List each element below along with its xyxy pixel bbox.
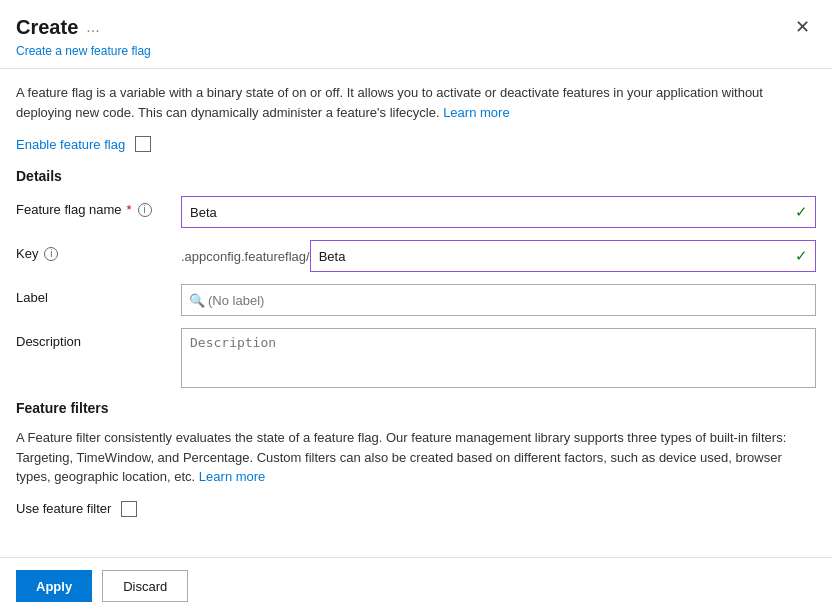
- key-label: Key i: [16, 240, 181, 261]
- key-field-wrap: ✓: [310, 240, 816, 272]
- label-input[interactable]: [181, 284, 816, 316]
- intro-text: A feature flag is a variable with a bina…: [16, 83, 816, 122]
- description-input-wrap: [181, 328, 816, 388]
- use-filter-label: Use feature filter: [16, 501, 111, 516]
- flag-name-label: Feature flag name * i: [16, 196, 181, 217]
- enable-flag-checkbox[interactable]: [135, 136, 151, 152]
- key-input-wrap: .appconfig.featureflag/ ✓: [181, 240, 816, 272]
- label-label: Label: [16, 284, 181, 305]
- close-button[interactable]: ✕: [789, 14, 816, 40]
- key-info-icon[interactable]: i: [44, 247, 58, 261]
- key-row: Key i .appconfig.featureflag/ ✓: [16, 240, 816, 272]
- learn-more-link-filters[interactable]: Learn more: [199, 469, 265, 484]
- use-filter-checkbox[interactable]: [121, 501, 137, 517]
- dialog-header: Create ... ✕: [0, 0, 832, 44]
- enable-flag-row: Enable feature flag: [16, 136, 816, 152]
- dialog-body: A feature flag is a variable with a bina…: [0, 69, 832, 557]
- required-indicator: *: [127, 202, 132, 217]
- dialog-footer: Apply Discard: [0, 557, 832, 614]
- details-section-title: Details: [16, 168, 816, 184]
- create-feature-flag-dialog: Create ... ✕ Create a new feature flag A…: [0, 0, 832, 614]
- learn-more-link-intro[interactable]: Learn more: [443, 105, 509, 120]
- dialog-subtitle[interactable]: Create a new feature flag: [0, 44, 832, 68]
- feature-filters-title: Feature filters: [16, 400, 816, 416]
- dialog-ellipsis[interactable]: ...: [86, 18, 99, 36]
- flag-name-input[interactable]: [181, 196, 816, 228]
- dialog-title: Create: [16, 16, 78, 39]
- close-icon: ✕: [795, 16, 810, 38]
- filter-info-text: A Feature filter consistently evaluates …: [16, 428, 816, 487]
- label-input-wrap: 🔍: [181, 284, 816, 316]
- use-filter-row: Use feature filter: [16, 501, 816, 517]
- flag-name-input-wrap: ✓: [181, 196, 816, 228]
- description-label: Description: [16, 328, 181, 349]
- description-input[interactable]: [181, 328, 816, 388]
- key-input[interactable]: [310, 240, 816, 272]
- flag-name-row: Feature flag name * i ✓: [16, 196, 816, 228]
- description-row: Description: [16, 328, 816, 388]
- flag-name-field-wrap: ✓: [181, 196, 816, 228]
- apply-button[interactable]: Apply: [16, 570, 92, 602]
- label-row: Label 🔍: [16, 284, 816, 316]
- discard-button[interactable]: Discard: [102, 570, 188, 602]
- feature-filters-section: Feature filters A Feature filter consist…: [16, 400, 816, 517]
- key-row-inner: .appconfig.featureflag/ ✓: [181, 240, 816, 272]
- key-prefix: .appconfig.featureflag/: [181, 249, 310, 264]
- enable-flag-label: Enable feature flag: [16, 137, 125, 152]
- flag-name-info-icon[interactable]: i: [138, 203, 152, 217]
